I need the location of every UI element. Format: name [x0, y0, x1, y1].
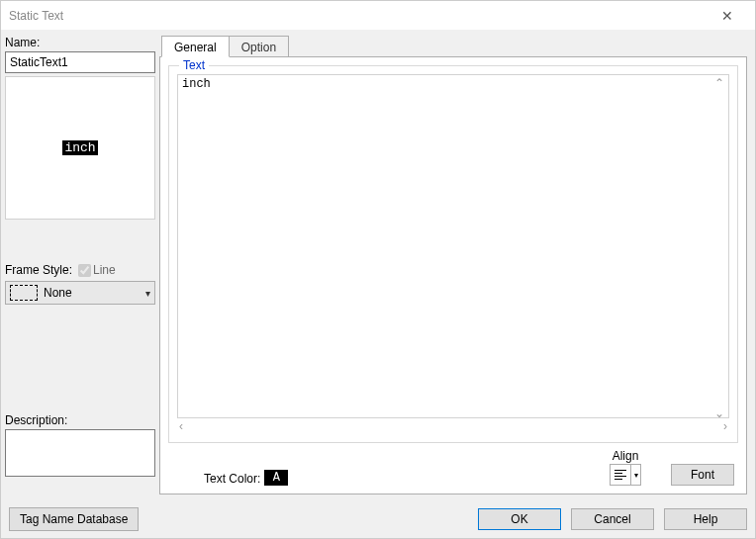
text-group-legend: Text — [179, 58, 209, 72]
scrollbar-horizontal[interactable]: ‹› — [177, 418, 729, 434]
align-label: Align — [613, 449, 639, 463]
description-input[interactable] — [5, 429, 155, 477]
dialog-window: Static Text ✕ Name: inch Frame Style: Li… — [0, 0, 756, 539]
align-button[interactable]: ▾ — [610, 464, 641, 486]
caret-right-icon: › — [723, 419, 727, 433]
align-control: Align ▾ — [610, 449, 641, 486]
font-button[interactable]: Font — [671, 464, 734, 486]
window-title: Static Text — [9, 9, 708, 23]
line-checkbox-label: Line — [93, 263, 116, 277]
dialog-body: Name: inch Frame Style: Line None ▾ Desc… — [1, 30, 755, 500]
help-button[interactable]: Help — [664, 508, 747, 530]
right-panel: General Option Text ⌃⌄ ‹› Text Color: A … — [159, 36, 747, 494]
chevron-down-icon: ▾ — [145, 288, 150, 299]
frame-style-row: Frame Style: Line — [5, 263, 155, 277]
preview-text: inch — [62, 140, 97, 155]
frame-style-label: Frame Style: — [5, 263, 72, 277]
left-panel: Name: inch Frame Style: Line None ▾ Desc… — [5, 36, 155, 494]
description-label: Description: — [5, 413, 155, 427]
caret-up-icon: ⌃ — [714, 76, 724, 90]
text-input[interactable] — [177, 74, 729, 418]
preview-box: inch — [5, 76, 155, 220]
frame-style-value: None — [44, 286, 72, 300]
caret-down-icon: ⌄ — [714, 406, 724, 420]
frame-style-select[interactable]: None ▾ — [5, 281, 155, 305]
align-left-icon — [614, 470, 626, 480]
titlebar: Static Text ✕ — [1, 1, 755, 30]
name-label: Name: — [5, 36, 155, 49]
cancel-button[interactable]: Cancel — [571, 508, 654, 530]
text-groupbox: Text ⌃⌄ ‹› — [168, 65, 738, 443]
name-input[interactable] — [5, 51, 155, 73]
tabstrip: General Option — [161, 36, 747, 57]
tab-general[interactable]: General — [161, 36, 230, 57]
caret-left-icon: ‹ — [179, 419, 183, 433]
close-button[interactable]: ✕ — [708, 1, 747, 30]
align-dropdown-caret[interactable]: ▾ — [630, 465, 640, 485]
scrollbar-vertical[interactable]: ⌃⌄ — [711, 76, 727, 420]
tab-panel-general: Text ⌃⌄ ‹› Text Color: A Align ▾ — [159, 56, 747, 494]
line-checkbox — [78, 264, 91, 277]
tag-name-database-button[interactable]: Tag Name Database — [9, 507, 139, 531]
text-color-label: Text Color: — [204, 472, 260, 486]
general-bottom-controls: Text Color: A Align ▾ Font — [168, 443, 738, 486]
frame-none-icon — [10, 285, 38, 301]
ok-button[interactable]: OK — [478, 508, 561, 530]
tab-option[interactable]: Option — [229, 36, 289, 57]
text-color-picker[interactable]: A — [264, 470, 288, 486]
dialog-footer: Tag Name Database OK Cancel Help — [1, 500, 755, 538]
